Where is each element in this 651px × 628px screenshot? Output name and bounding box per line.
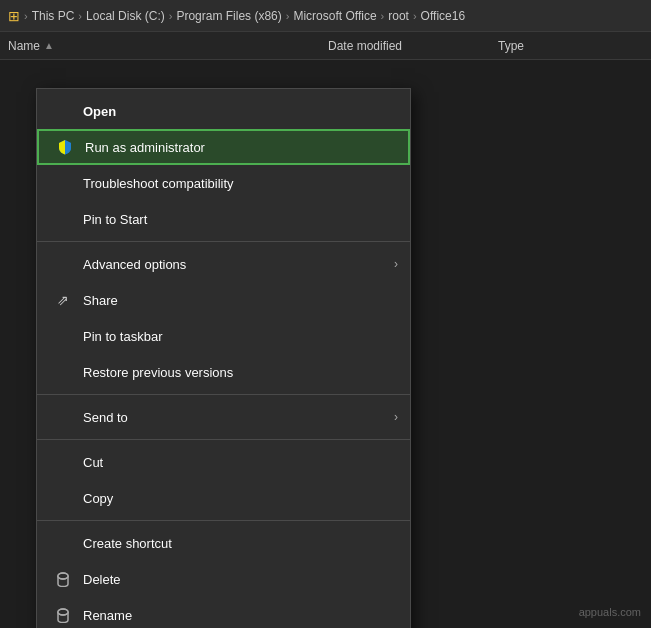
- separator-2: [37, 394, 410, 395]
- menu-item-restore[interactable]: Restore previous versions: [37, 354, 410, 390]
- context-menu: Open Run as administrator Troubleshoot c…: [36, 88, 411, 628]
- separator-1: [37, 241, 410, 242]
- menu-label-rename: Rename: [83, 608, 132, 623]
- menu-label-restore: Restore previous versions: [83, 365, 233, 380]
- menu-label-share: Share: [83, 293, 118, 308]
- menu-label-delete: Delete: [83, 572, 121, 587]
- troubleshoot-icon: [53, 173, 73, 193]
- separator-4: [37, 520, 410, 521]
- create-shortcut-icon: [53, 533, 73, 553]
- uac-shield-icon: [55, 137, 75, 157]
- menu-label-create-shortcut: Create shortcut: [83, 536, 172, 551]
- menu-item-share[interactable]: ⇗ Share: [37, 282, 410, 318]
- menu-label-pin-taskbar: Pin to taskbar: [83, 329, 163, 344]
- breadcrumb-root[interactable]: root: [388, 9, 409, 23]
- breadcrumb-thispc[interactable]: This PC: [32, 9, 75, 23]
- column-name[interactable]: Name ▲: [8, 39, 328, 53]
- menu-label-troubleshoot: Troubleshoot compatibility: [83, 176, 234, 191]
- menu-item-open[interactable]: Open: [37, 93, 410, 129]
- breadcrumb-office16[interactable]: Office16: [421, 9, 465, 23]
- menu-item-rename[interactable]: Rename: [37, 597, 410, 628]
- menu-item-troubleshoot[interactable]: Troubleshoot compatibility: [37, 165, 410, 201]
- menu-label-cut: Cut: [83, 455, 103, 470]
- share-icon: ⇗: [53, 290, 73, 310]
- menu-label-open: Open: [83, 104, 116, 119]
- menu-item-pin-start[interactable]: Pin to Start: [37, 201, 410, 237]
- breadcrumb-msoffice[interactable]: Microsoft Office: [293, 9, 376, 23]
- menu-label-run-admin: Run as administrator: [85, 140, 205, 155]
- menu-item-delete[interactable]: Delete: [37, 561, 410, 597]
- menu-item-copy[interactable]: Copy: [37, 480, 410, 516]
- separator-3: [37, 439, 410, 440]
- menu-label-advanced: Advanced options: [83, 257, 186, 272]
- advanced-icon: [53, 254, 73, 274]
- svg-rect-5: [58, 575, 68, 577]
- rename-icon: [53, 605, 73, 625]
- send-to-arrow-icon: ›: [394, 410, 398, 424]
- menu-item-create-shortcut[interactable]: Create shortcut: [37, 525, 410, 561]
- menu-label-pin-start: Pin to Start: [83, 212, 147, 227]
- cut-icon: [53, 452, 73, 472]
- column-date-modified[interactable]: Date modified: [328, 39, 498, 53]
- menu-item-run-admin[interactable]: Run as administrator: [37, 129, 410, 165]
- svg-rect-8: [58, 611, 68, 613]
- advanced-arrow-icon: ›: [394, 257, 398, 271]
- column-headers: Name ▲ Date modified Type: [0, 32, 651, 60]
- pin-start-icon: [53, 209, 73, 229]
- menu-label-send-to: Send to: [83, 410, 128, 425]
- breadcrumb: ⊞ › This PC › Local Disk (C:) › Program …: [8, 8, 465, 24]
- menu-item-send-to[interactable]: Send to ›: [37, 399, 410, 435]
- address-bar: ⊞ › This PC › Local Disk (C:) › Program …: [0, 0, 651, 32]
- breadcrumb-localdisk[interactable]: Local Disk (C:): [86, 9, 165, 23]
- delete-icon: [53, 569, 73, 589]
- menu-label-copy: Copy: [83, 491, 113, 506]
- column-type[interactable]: Type: [498, 39, 524, 53]
- copy-icon: [53, 488, 73, 508]
- breadcrumb-programfiles[interactable]: Program Files (x86): [176, 9, 281, 23]
- sort-arrow-icon: ▲: [44, 40, 54, 51]
- watermark: appuals.com: [579, 606, 641, 618]
- pin-taskbar-icon: [53, 326, 73, 346]
- menu-item-advanced[interactable]: Advanced options ›: [37, 246, 410, 282]
- send-to-icon: [53, 407, 73, 427]
- menu-item-pin-taskbar[interactable]: Pin to taskbar: [37, 318, 410, 354]
- windows-icon: ⊞: [8, 8, 20, 24]
- restore-icon: [53, 362, 73, 382]
- open-icon: [53, 101, 73, 121]
- menu-item-cut[interactable]: Cut: [37, 444, 410, 480]
